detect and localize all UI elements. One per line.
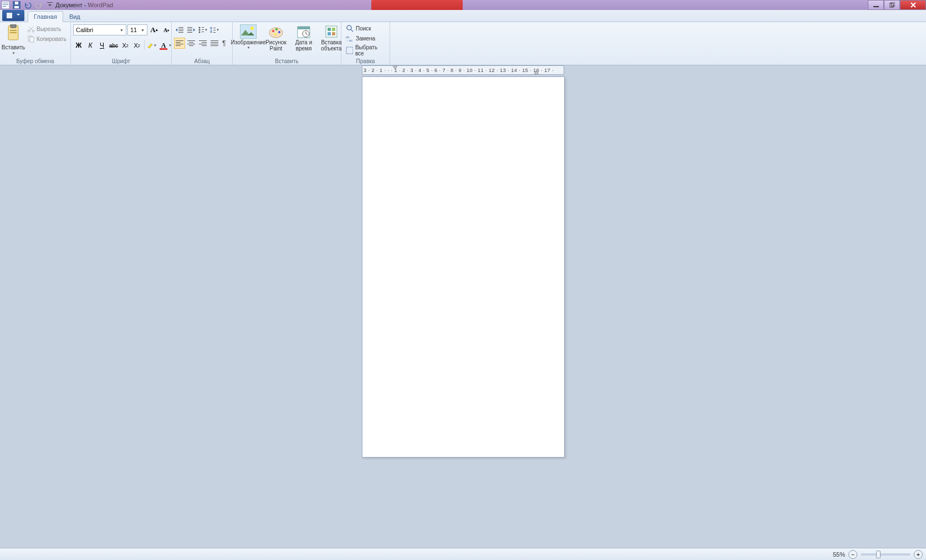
svg-rect-52 bbox=[211, 45, 218, 46]
right-indent-marker-icon[interactable] bbox=[534, 71, 539, 75]
svg-rect-22 bbox=[178, 30, 183, 31]
decrease-indent-button[interactable] bbox=[174, 24, 185, 35]
svg-rect-31 bbox=[202, 27, 204, 28]
bold-button[interactable]: Ж bbox=[73, 40, 84, 51]
minimize-button[interactable] bbox=[868, 0, 884, 10]
chevron-down-icon: ▼ bbox=[247, 46, 250, 49]
svg-rect-8 bbox=[873, 6, 879, 7]
insert-image-button[interactable]: Изображение ▼ bbox=[235, 23, 262, 58]
insert-object-button[interactable]: Вставка объекта bbox=[318, 23, 345, 58]
italic-button[interactable]: К bbox=[85, 40, 96, 51]
svg-rect-51 bbox=[211, 44, 218, 44]
find-button[interactable]: Поиск bbox=[344, 23, 374, 33]
svg-rect-42 bbox=[189, 42, 193, 43]
group-label-clipboard: Буфер обмена bbox=[0, 58, 70, 64]
insert-paint-button[interactable]: Рисунок Paint bbox=[263, 23, 289, 58]
svg-rect-35 bbox=[213, 30, 216, 30]
indent-marker-icon[interactable] bbox=[393, 66, 397, 70]
svg-rect-41 bbox=[187, 40, 195, 41]
strikethrough-button[interactable]: abc bbox=[108, 40, 119, 51]
svg-rect-6 bbox=[15, 2, 18, 4]
svg-point-60 bbox=[274, 33, 277, 35]
cut-button[interactable]: Вырезать bbox=[25, 24, 68, 33]
svg-point-55 bbox=[250, 27, 254, 30]
svg-rect-54 bbox=[240, 24, 257, 39]
font-family-combo[interactable]: Calibri▼ bbox=[73, 24, 126, 35]
align-center-button[interactable] bbox=[186, 38, 197, 49]
svg-point-69 bbox=[347, 25, 351, 30]
increase-indent-button[interactable] bbox=[186, 24, 197, 35]
group-label-insert: Вставить bbox=[233, 58, 341, 64]
svg-point-57 bbox=[272, 30, 274, 32]
shrink-font-button[interactable]: A▾ bbox=[161, 24, 172, 35]
superscript-button[interactable]: X2 bbox=[131, 40, 142, 51]
window-controls bbox=[868, 0, 926, 10]
svg-rect-66 bbox=[332, 28, 335, 31]
tab-home[interactable]: Главная bbox=[28, 11, 63, 22]
paste-label: Вставить bbox=[2, 44, 25, 50]
scissors-icon bbox=[27, 25, 35, 33]
line-spacing-button[interactable]: ▼ bbox=[209, 24, 220, 35]
chevron-down-icon: ▼ bbox=[141, 28, 145, 32]
copy-icon bbox=[27, 35, 35, 43]
font-color-button[interactable]: A▼ bbox=[158, 40, 169, 51]
chevron-down-icon: ▼ bbox=[120, 28, 124, 32]
svg-rect-47 bbox=[199, 44, 207, 44]
svg-rect-24 bbox=[187, 27, 192, 28]
svg-rect-32 bbox=[202, 29, 204, 30]
horizontal-ruler[interactable]: 3 · 2 · 1 · · · 1 · 2 · 3 · 4 · 5 · 6 · … bbox=[362, 65, 564, 75]
svg-rect-44 bbox=[189, 45, 193, 46]
svg-rect-21 bbox=[178, 29, 183, 29]
zoom-out-button[interactable]: − bbox=[848, 550, 857, 559]
svg-rect-1 bbox=[3, 3, 8, 3]
align-right-button[interactable] bbox=[197, 38, 208, 49]
app-icon bbox=[1, 1, 10, 9]
tab-view[interactable]: Вид bbox=[63, 11, 86, 22]
align-left-button[interactable] bbox=[174, 38, 185, 49]
svg-point-29 bbox=[199, 29, 201, 31]
font-size-combo[interactable]: 11▼ bbox=[127, 24, 147, 35]
underline-button[interactable]: Ч bbox=[96, 40, 108, 51]
zoom-in-button[interactable]: + bbox=[914, 550, 923, 559]
svg-rect-7 bbox=[47, 2, 53, 3]
subscript-button[interactable]: X2 bbox=[120, 40, 131, 51]
document-workspace[interactable] bbox=[0, 75, 926, 548]
replace-button[interactable]: ab→ac Замена bbox=[344, 33, 377, 43]
copy-button[interactable]: Копировать bbox=[25, 34, 68, 43]
document-page[interactable] bbox=[362, 76, 565, 458]
zoom-slider-thumb[interactable] bbox=[876, 551, 881, 558]
ribbon-tabs: Главная Вид bbox=[0, 10, 926, 22]
svg-point-58 bbox=[275, 28, 278, 30]
svg-rect-48 bbox=[202, 45, 207, 46]
bullet-list-button[interactable]: ▼ bbox=[197, 24, 208, 35]
grow-font-button[interactable]: A▴ bbox=[149, 24, 160, 35]
select-all-button[interactable]: Выбрать все bbox=[344, 43, 387, 58]
svg-rect-40 bbox=[176, 45, 181, 46]
svg-rect-11 bbox=[7, 13, 12, 18]
svg-rect-19 bbox=[30, 37, 34, 42]
svg-rect-2 bbox=[3, 4, 8, 5]
insert-datetime-button[interactable]: Дата и время bbox=[290, 23, 317, 58]
align-justify-button[interactable] bbox=[209, 38, 220, 49]
paste-button[interactable]: Вставить ▼ bbox=[2, 23, 24, 58]
highlight-button[interactable]: ▼ bbox=[146, 40, 157, 51]
group-paragraph: ▼ ▼ ¶ Абзац bbox=[172, 22, 233, 65]
svg-text:¶: ¶ bbox=[222, 39, 226, 47]
paragraph-settings-button[interactable]: ¶ bbox=[221, 38, 232, 49]
group-label-edit: Правка bbox=[341, 58, 390, 64]
redo-icon[interactable] bbox=[34, 1, 43, 9]
qat-customize-icon[interactable] bbox=[45, 1, 54, 9]
statusbar: 55% − + bbox=[0, 548, 926, 560]
ribbon: Вставить ▼ Вырезать Копировать Буфер обм… bbox=[0, 22, 926, 65]
svg-rect-65 bbox=[328, 28, 331, 31]
save-icon[interactable] bbox=[12, 1, 21, 9]
svg-rect-3 bbox=[3, 6, 6, 7]
file-menu-button[interactable] bbox=[2, 10, 24, 21]
svg-rect-26 bbox=[187, 30, 192, 31]
close-button[interactable] bbox=[900, 0, 926, 10]
zoom-percentage: 55% bbox=[833, 551, 845, 558]
zoom-slider[interactable] bbox=[861, 553, 910, 556]
maximize-button[interactable] bbox=[884, 0, 900, 10]
svg-rect-38 bbox=[176, 42, 181, 43]
undo-icon[interactable] bbox=[23, 1, 32, 9]
